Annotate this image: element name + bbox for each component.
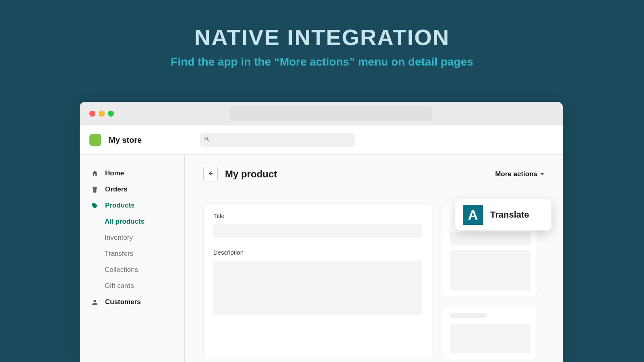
hero-title: NATIVE INTEGRATION xyxy=(0,25,644,50)
more-actions-popover: A Translate xyxy=(455,199,551,230)
title-field-label: Title xyxy=(213,212,422,219)
sidebar-item-home[interactable]: Home xyxy=(80,165,184,181)
sidebar-sub-all-products[interactable]: All products xyxy=(80,214,184,230)
sidebar-item-products[interactable]: Products xyxy=(80,197,184,214)
sidebar-sub-gift-cards[interactable]: Gift cards xyxy=(80,278,184,294)
arrow-left-icon xyxy=(207,170,214,179)
skeleton-block xyxy=(450,324,530,353)
back-button[interactable] xyxy=(203,167,218,181)
translate-menu-item[interactable]: Translate xyxy=(490,210,529,220)
more-actions-label: More actions xyxy=(495,170,537,178)
window-minimize-icon[interactable] xyxy=(99,111,105,117)
home-icon xyxy=(91,170,99,177)
browser-chrome xyxy=(80,102,563,125)
translate-app-icon: A xyxy=(463,205,483,225)
sidebar-item-orders[interactable]: Orders xyxy=(80,181,184,197)
traffic-lights xyxy=(89,111,114,117)
sidebar: Home Orders Products All products Invent… xyxy=(80,155,185,362)
product-form-card: Title Description xyxy=(203,203,432,360)
sidebar-item-customers[interactable]: Customers xyxy=(80,294,184,310)
sidebar-sub-inventory[interactable]: Inventory xyxy=(80,230,184,246)
app-icon-letter: A xyxy=(468,208,478,222)
chevron-down-icon xyxy=(540,173,544,175)
page-header: My product More actions xyxy=(203,167,544,181)
skeleton-block xyxy=(450,232,530,245)
skeleton-line xyxy=(450,313,487,318)
sidebar-item-label: Products xyxy=(105,202,135,210)
title-input[interactable] xyxy=(213,224,422,238)
store-logo[interactable] xyxy=(89,134,101,146)
search-input[interactable] xyxy=(200,133,355,147)
skeleton-block xyxy=(450,250,530,290)
tag-icon xyxy=(91,202,99,210)
sidebar-sub-collections[interactable]: Collections xyxy=(80,262,184,278)
orders-icon xyxy=(91,186,99,193)
side-column: A Translate xyxy=(443,203,537,360)
hero-subtitle: Find the app in the “More actions” menu … xyxy=(0,56,644,68)
more-actions-button[interactable]: More actions xyxy=(495,170,544,178)
sidebar-sub-transfers[interactable]: Transfers xyxy=(80,246,184,262)
page-title: My product xyxy=(225,169,277,180)
description-field-label: Description xyxy=(213,249,422,256)
description-input[interactable] xyxy=(213,261,422,315)
person-icon xyxy=(91,298,99,306)
browser-window: My store Home Orders Products All produc… xyxy=(80,102,563,362)
store-name: My store xyxy=(109,136,142,145)
side-card-2 xyxy=(443,306,537,360)
window-close-icon[interactable] xyxy=(89,111,95,117)
sidebar-item-label: Orders xyxy=(105,185,128,193)
app-body: Home Orders Products All products Invent… xyxy=(80,155,563,362)
hero-banner: NATIVE INTEGRATION Find the app in the “… xyxy=(0,0,644,68)
search-icon xyxy=(204,136,210,144)
sidebar-item-label: Home xyxy=(105,169,124,177)
window-fullscreen-icon[interactable] xyxy=(108,111,114,117)
sidebar-item-label: Customers xyxy=(105,298,141,306)
app-topbar: My store xyxy=(80,125,563,155)
main-content: My product More actions Title Descriptio… xyxy=(185,155,563,362)
url-bar[interactable] xyxy=(230,106,432,121)
